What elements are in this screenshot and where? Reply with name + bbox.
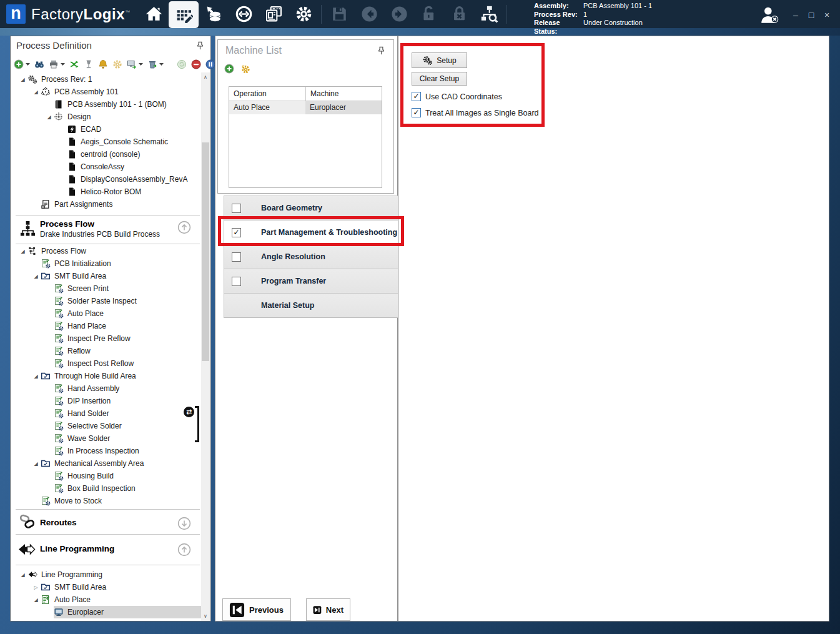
section-program-transfer[interactable]: Program Transfer	[224, 269, 398, 293]
tree-item-hand-solder[interactable]: Hand Solder	[11, 407, 201, 420]
scroll-up-arrow[interactable]: ∧	[201, 72, 210, 82]
tree-item-through-hole-build-area[interactable]: ◢Through Hole Build Area	[11, 370, 201, 382]
export-machine-icon[interactable]	[127, 59, 137, 70]
tree-item-auto-place[interactable]: Auto Place	[11, 307, 201, 320]
expander-collapsed-icon[interactable]: ▷	[31, 585, 41, 590]
documents-icon[interactable]	[259, 0, 289, 28]
expander-expanded-icon[interactable]: ◢	[18, 572, 27, 578]
expand-down-icon[interactable]	[177, 517, 191, 530]
expander-expanded-icon[interactable]: ◢	[18, 77, 27, 82]
tree-item-hand-assembly[interactable]: Hand Assembly	[11, 382, 201, 395]
expander-expanded-icon[interactable]: ◢	[31, 597, 41, 603]
sync-icon[interactable]	[229, 0, 259, 28]
tree-item-aegis-console-schematic[interactable]: Aegis_Console Schematic	[11, 136, 201, 148]
pin-icon[interactable]	[377, 46, 386, 56]
data-import-icon[interactable]	[199, 0, 229, 28]
back-icon[interactable]	[354, 0, 384, 28]
save-icon[interactable]	[324, 0, 354, 28]
tree-item-box-build-inspection[interactable]: Box Build Inspection	[11, 482, 201, 495]
exchange-icon[interactable]	[69, 59, 79, 70]
tree-item-move-to-stock[interactable]: Move to Stock	[11, 495, 201, 507]
tree-item-in-process-inspection[interactable]: In Process Inspection	[11, 445, 201, 457]
checkbox-unchecked[interactable]	[232, 277, 241, 286]
export-dropdown-icon[interactable]	[139, 59, 143, 70]
checkbox-checked[interactable]: ✓	[412, 92, 421, 101]
section-material-setup[interactable]: Material Setup	[224, 293, 398, 317]
section-angle-resolution[interactable]: Angle Resolution	[224, 244, 398, 269]
expander-expanded-icon[interactable]: ◢	[18, 249, 27, 254]
collapse-up-icon[interactable]	[177, 543, 191, 557]
tree-item-design[interactable]: ◢Design	[11, 111, 201, 123]
add-machine-icon[interactable]	[224, 64, 234, 76]
tree-item-inspect-post-reflow[interactable]: Inspect Post Reflow	[11, 357, 201, 370]
home-icon[interactable]	[139, 0, 169, 28]
option-treat-all-images-as-single-board[interactable]: ✓Treat All Images as Single Board	[412, 108, 539, 117]
delete-dropdown-icon[interactable]	[159, 59, 164, 70]
tree-item-selective-solder[interactable]: Selective Solder	[11, 420, 201, 432]
pause-icon[interactable]	[205, 59, 215, 70]
machine-settings-icon[interactable]	[240, 64, 250, 76]
machine-cell[interactable]: Europlacer	[305, 101, 382, 114]
tree-item-screen-print[interactable]: Screen Print	[11, 282, 201, 295]
settings-gear-icon[interactable]	[289, 0, 319, 28]
tree-item-solder-paste-inspect[interactable]: Solder Paste Inspect	[11, 295, 201, 307]
tree-item-pcb-initialization[interactable]: PCB Initialization	[11, 257, 201, 270]
next-button[interactable]: Next	[306, 598, 350, 621]
scroll-down-arrow[interactable]: ∨	[201, 612, 210, 621]
process-definition-icon[interactable]	[169, 1, 199, 28]
stop-icon[interactable]	[191, 59, 201, 70]
tree-item-europlacer[interactable]: Europlacer	[11, 606, 201, 618]
lamp-icon[interactable]	[84, 59, 94, 70]
tree-item-centroid-console[interactable]: centroid (console)	[11, 148, 201, 161]
user-disconnect-icon[interactable]	[759, 5, 781, 25]
option-use-cad-coordinates[interactable]: ✓Use CAD Coordinates	[412, 92, 502, 101]
add-dropdown-icon[interactable]	[26, 59, 30, 70]
gear-pale-icon[interactable]	[112, 59, 122, 70]
tree-item-ecad[interactable]: ECAD	[11, 123, 201, 136]
process-flow-header[interactable]: Process Flow Drake Industries PCB Build …	[11, 219, 201, 244]
tree-item-pcb-assembly-101[interactable]: ◢PCB Assembly 101	[11, 86, 201, 98]
tree-item-smt-build-area[interactable]: ◢SMT Build Area	[11, 270, 201, 282]
print-dropdown-icon[interactable]	[61, 59, 65, 70]
pin-icon[interactable]	[195, 41, 205, 51]
tree-item-pcb-assembly-101-1-bom[interactable]: PCB Assembly 101 - 1 (BOM)	[11, 98, 201, 111]
expander-expanded-icon[interactable]: ◢	[31, 89, 41, 95]
tree-item-helico-rotor-bom[interactable]: Helico-Rotor BOM	[11, 186, 201, 198]
tree-item-displayconsoleassembly-reva[interactable]: DisplayConsoleAssembly_RevA	[11, 173, 201, 186]
tree-item-smt-build-area[interactable]: ▷SMT Build Area	[11, 581, 201, 593]
checkbox-checked[interactable]: ✓	[232, 228, 241, 237]
operation-cell[interactable]: Auto Place	[229, 101, 305, 114]
column-machine[interactable]: Machine	[305, 87, 382, 101]
maximize-button[interactable]: □	[804, 10, 818, 20]
delete-icon[interactable]	[147, 59, 157, 70]
tree-item-line-programming[interactable]: ◢Line Programming	[11, 568, 201, 581]
tree-item-part-assignments[interactable]: Part Assignments	[11, 198, 201, 211]
add-icon[interactable]	[14, 59, 24, 70]
tree-item-process-rev-1[interactable]: ◢Process Rev: 1	[11, 73, 201, 86]
expander-expanded-icon[interactable]: ◢	[31, 374, 41, 379]
tree-item-housing-build[interactable]: Housing Build	[11, 470, 201, 482]
tree-item-inspect-pre-reflow[interactable]: Inspect Pre Reflow	[11, 332, 201, 345]
forward-icon[interactable]	[384, 0, 414, 28]
find-icon[interactable]	[34, 59, 44, 70]
expander-expanded-icon[interactable]: ◢	[31, 461, 41, 467]
checkbox-checked[interactable]: ✓	[412, 108, 421, 117]
column-operation[interactable]: Operation	[229, 87, 305, 101]
print-icon[interactable]	[49, 59, 59, 70]
checkbox-unchecked[interactable]	[232, 252, 241, 262]
left-scrollbar[interactable]: ∧ ∨	[201, 72, 210, 621]
expander-expanded-icon[interactable]: ◢	[31, 274, 41, 279]
tree-item-consoleassy[interactable]: ConsoleAssy	[11, 161, 201, 173]
previous-button[interactable]: Previous	[222, 598, 291, 621]
line-programming-header[interactable]: Line Programming	[11, 539, 201, 563]
section-board-geometry[interactable]: Board Geometry	[224, 196, 398, 220]
collapse-up-icon[interactable]	[177, 220, 191, 234]
tree-item-process-flow[interactable]: ◢Process Flow	[11, 245, 201, 257]
tree-item-hand-place[interactable]: Hand Place	[11, 320, 201, 332]
scroll-thumb[interactable]	[202, 142, 209, 361]
tree-item-mechanical-assembly-area[interactable]: ◢Mechanical Assembly Area	[11, 457, 201, 470]
process-search-icon[interactable]	[474, 0, 504, 28]
machine-row-auto-place[interactable]: Auto PlaceEuroplacer	[229, 101, 382, 114]
tree-item-dip-insertion[interactable]: DIP Insertion	[11, 395, 201, 407]
bell-icon[interactable]	[98, 59, 108, 70]
